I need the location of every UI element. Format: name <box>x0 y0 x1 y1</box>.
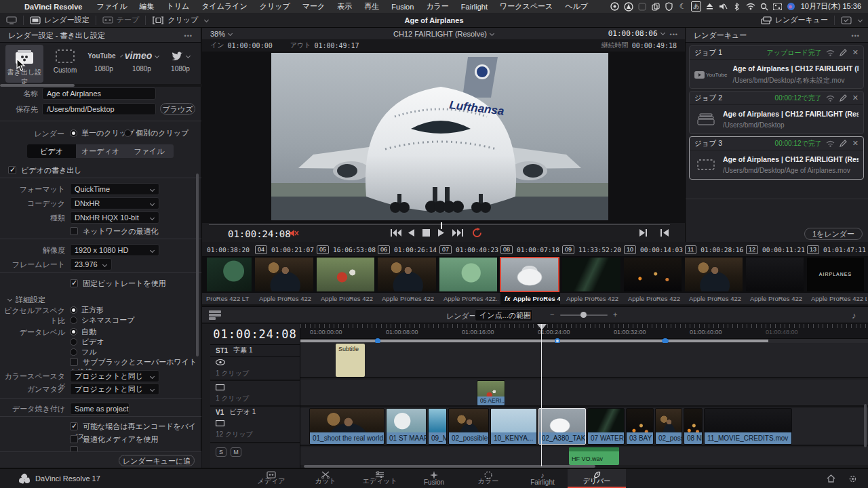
cbr-checkbox[interactable]: 固定ビットレートを使用 <box>70 279 166 289</box>
menu-help[interactable]: ヘルプ <box>565 1 588 12</box>
menu-color[interactable]: カラー <box>426 1 449 12</box>
page-media[interactable]: メディア <box>242 469 300 488</box>
delete-job-icon[interactable]: ✕ <box>852 94 859 102</box>
grayed-app-icon[interactable] <box>635 2 649 12</box>
preset-twitter[interactable]: 1080p <box>164 45 197 83</box>
menu-fusion[interactable]: Fusion <box>391 3 414 11</box>
timeline-selector[interactable]: CH12 FAIRLIGHT (Resolve) <box>202 30 685 38</box>
eject-icon[interactable] <box>703 2 717 12</box>
playhead-line[interactable] <box>541 324 542 466</box>
clip-header-12[interactable]: 1200:00:11:21V1 <box>746 242 806 257</box>
clip-header-9[interactable]: 0911:33:52:20V1 <box>562 242 623 257</box>
render-job-1[interactable]: ジョブ 1 アップロード完了 ✕ YouTube Age of Airplane… <box>689 45 864 89</box>
v2-clip-05-aerials[interactable]: 05 AERI... <box>477 380 505 406</box>
data-burn-in-select[interactable]: Same as project <box>70 403 130 415</box>
clip-thumbnail-7[interactable] <box>439 258 497 291</box>
clip-thumbnail-13[interactable]: AIRPLANES <box>807 258 864 291</box>
render-queue-toggle[interactable]: レンダーキュー <box>755 13 834 27</box>
page-fusion[interactable]: Fusion <box>405 469 463 488</box>
video-frame[interactable]: Lufthansa <box>271 53 608 220</box>
page-color[interactable]: カラー <box>459 469 517 488</box>
clip-header-10[interactable]: 1000:00:14:03V1 <box>624 242 684 257</box>
render-range-select[interactable]: イン点...の範囲 <box>475 309 533 321</box>
tab-audio[interactable]: オーディオ <box>76 144 125 158</box>
mute-button[interactable]: M <box>231 447 241 457</box>
clip-thumbnail-9[interactable] <box>562 258 620 291</box>
timeline-zoom-slider[interactable] <box>560 314 608 316</box>
menu-file[interactable]: ファイル <box>96 1 127 12</box>
timeline-ruler[interactable]: 01:00:00:00 01:00:08:00 01:00:16:00 01:0… <box>300 324 868 339</box>
copy-icon[interactable] <box>649 2 663 12</box>
v1-clip-7[interactable]: 07 WATER TA... <box>587 408 625 445</box>
a1-track-lane[interactable]: HF VO.wav <box>300 447 868 465</box>
settings-scrollbar[interactable] <box>196 174 199 357</box>
sound-muted-icon[interactable] <box>717 2 730 12</box>
clip-header-6[interactable]: 0601:00:26:14V1 <box>378 242 438 257</box>
datalevel-auto-radio[interactable]: 自動 <box>70 327 96 337</box>
home-icon[interactable] <box>827 474 835 484</box>
panel-options-icon[interactable] <box>184 28 193 43</box>
render-job-3-selected[interactable]: ジョブ 3 00:00:12で完了 ✕ Age of Airplanes | C… <box>689 136 864 180</box>
format-select[interactable]: QuickTime <box>70 183 159 195</box>
subtitle-visibility-icon[interactable] <box>216 359 225 365</box>
clip-thumbnail-11[interactable] <box>685 258 743 291</box>
track-v1-header[interactable]: V1ビデオ 1 <box>210 405 300 418</box>
v1-clip-6-selected[interactable]: 02_A380_TAKEO... <box>538 408 586 445</box>
browse-button[interactable]: ブラウズ <box>160 103 195 115</box>
clip-view-button[interactable]: クリップ <box>146 13 214 27</box>
preset-custom[interactable]: Custom <box>47 45 83 83</box>
timeline-timecode[interactable]: 01:00:24:08 <box>210 324 300 344</box>
clip-thumbnail-4[interactable] <box>255 258 313 291</box>
export-video-checkbox[interactable]: ビデオの書き出し <box>8 165 82 176</box>
play-button[interactable] <box>438 229 445 237</box>
colorspace-tag-select[interactable]: プロジェクトと同じ <box>70 370 159 382</box>
delete-job-icon[interactable]: ✕ <box>852 48 859 57</box>
clip-thumbnail-5[interactable] <box>317 258 374 291</box>
timeline-view-options-icon[interactable] <box>209 310 221 320</box>
menu-clip[interactable]: クリップ <box>260 1 290 12</box>
v1-clip-11[interactable]: 11_MOVIE_CREDITS.mov <box>704 408 792 445</box>
v1-clip-4[interactable]: 02_possible to... <box>448 408 489 445</box>
menu-workspace[interactable]: ワークスペース <box>500 1 553 12</box>
menu-timeline[interactable]: タイムライン <box>201 1 248 12</box>
first-frame-button[interactable] <box>391 229 401 237</box>
menu-edit[interactable]: 編集 <box>139 1 154 12</box>
clip-header-7[interactable]: 0701:00:40:23V1 <box>439 242 499 257</box>
page-fairlight[interactable]: ♪ Fairlight <box>513 469 572 488</box>
audio-clip-hfvo[interactable]: HF VO.wav <box>569 447 619 465</box>
bluetooth-icon[interactable] <box>730 2 744 12</box>
play-around-button[interactable] <box>639 229 648 237</box>
individual-clips-radio[interactable]: 個別のクリップ <box>124 128 189 138</box>
clip-thumbnail-6[interactable] <box>378 258 436 291</box>
clip-header-13[interactable]: 1301:01:47:11V1 <box>807 242 867 257</box>
track-st1-header[interactable]: ST1字幕 1 <box>210 344 300 357</box>
v1-clip-8[interactable]: 03 BAY A... <box>626 408 654 445</box>
shield-icon[interactable] <box>663 2 676 12</box>
preset-vimeo[interactable]: vimeo 1080p <box>123 45 160 83</box>
wifi-icon[interactable] <box>744 2 757 12</box>
timeline-hscrollbar[interactable] <box>304 465 595 468</box>
clip-header-3[interactable]: 01:00:38:20V1 <box>207 242 253 257</box>
playhead-handle[interactable] <box>537 324 547 330</box>
advanced-settings-toggle[interactable]: 詳細設定 <box>8 295 45 305</box>
name-input[interactable]: Age of Airplanes <box>42 87 156 100</box>
menu-trim[interactable]: トリム <box>166 1 189 12</box>
destination-input[interactable]: /Users/bmd/Desktop <box>42 103 156 115</box>
settings-gear-icon[interactable] <box>848 474 857 485</box>
play-reverse-button[interactable] <box>408 229 414 237</box>
panel-toggle-icon[interactable] <box>835 13 868 27</box>
v1-clip-5[interactable]: 10_KENYA... <box>490 408 537 445</box>
viewer-scrubber[interactable] <box>209 224 670 225</box>
framerate-select[interactable]: 23.976 <box>70 258 112 270</box>
preset-youtube[interactable]: YouTube 1080p <box>87 45 121 83</box>
add-to-render-queue-button[interactable]: レンダーキューに追加 <box>119 455 195 466</box>
page-cut[interactable]: カット <box>296 469 355 488</box>
stop-button[interactable] <box>422 229 430 237</box>
do-not-disturb-icon[interactable]: ☾ <box>676 2 690 12</box>
clean-feed-icon[interactable] <box>0 13 23 27</box>
datalevel-full-radio[interactable]: フル <box>70 347 97 357</box>
subtitle-clip[interactable]: Subtitle <box>336 344 365 377</box>
tab-file[interactable]: ファイル <box>125 144 174 158</box>
app-menu[interactable]: DaVinci Resolve <box>24 3 82 11</box>
type-select[interactable]: DNxHR HQX 10-bit <box>70 211 159 224</box>
